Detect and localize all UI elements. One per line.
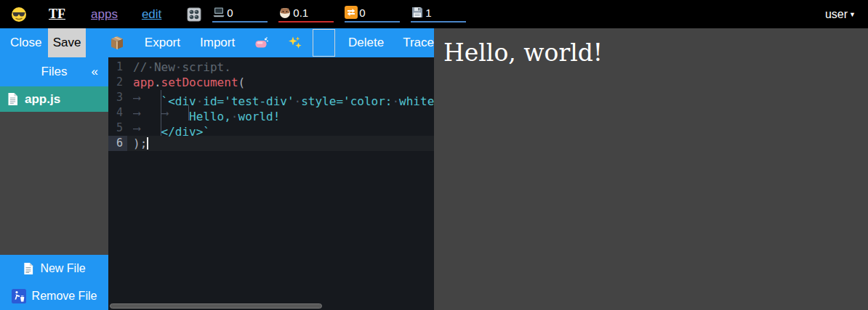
soap-icon[interactable]: [254, 36, 269, 49]
meter-value: 0: [227, 7, 233, 19]
sparkles-icon[interactable]: [288, 36, 302, 50]
delete-button[interactable]: Delete: [348, 36, 384, 50]
editor-pane: Close Save Export Import Delete Trace: [0, 28, 434, 310]
code-token: ·: [294, 94, 302, 108]
tab-indicator: ⟶: [133, 90, 161, 105]
remove-file-label: Remove File: [32, 290, 97, 303]
line-number: 6: [108, 136, 127, 151]
meter-value: 1: [425, 7, 431, 19]
control-knobs-icon[interactable]: [187, 7, 201, 22]
code-token: );: [133, 136, 147, 150]
smiling-face-with-sunglasses-icon[interactable]: [11, 7, 27, 23]
code-token: </div>`: [161, 125, 210, 139]
new-file-button[interactable]: New File: [0, 255, 108, 282]
code-token: app: [133, 76, 154, 89]
code-token: (: [238, 76, 246, 89]
editor-toolbar: Close Save Export Import Delete Trace: [0, 28, 434, 57]
code-token: ·: [392, 94, 399, 108]
editor-lines: 1//·New·script.2app.setDocument(3⟶`<div·…: [108, 60, 434, 151]
code-token: ·: [175, 60, 182, 74]
meter-value: 0.1: [293, 7, 308, 19]
laptop-meter[interactable]: 0: [212, 6, 268, 23]
floppy-meter[interactable]: 1: [411, 6, 466, 23]
save-button[interactable]: Save: [48, 28, 85, 57]
repeat-icon: [345, 6, 358, 19]
file-list-empty-space: [0, 112, 108, 255]
package-icon[interactable]: [110, 36, 124, 50]
code-token: ·: [231, 110, 238, 123]
meter-value: 0: [359, 7, 365, 19]
code-token: ·: [147, 60, 154, 74]
file-name: app.js: [25, 92, 60, 107]
collapse-sidebar-button[interactable]: «: [92, 65, 98, 79]
code-token: .: [154, 76, 161, 89]
files-title: Files: [41, 65, 68, 79]
line-number: 2: [108, 75, 127, 90]
code-line[interactable]: 1//·New·script.: [108, 60, 434, 75]
floppy-disk-icon: [411, 6, 424, 19]
code-line[interactable]: 3⟶`<div·id='test-div'·style='color:·whit…: [108, 90, 434, 105]
export-button[interactable]: Export: [145, 36, 180, 50]
files-header: Files «: [0, 57, 108, 86]
code-token: //: [133, 60, 147, 74]
code-token: New: [154, 60, 175, 74]
code-token: world!: [238, 110, 281, 123]
text-cursor: [147, 137, 148, 150]
preview-output-text: Hello, world!: [443, 38, 868, 67]
import-button[interactable]: Import: [200, 36, 235, 50]
blank-button[interactable]: [313, 29, 335, 57]
code-token: script.: [182, 60, 230, 74]
laptop-icon: [212, 6, 225, 19]
file-actions: New File Remove File: [0, 255, 108, 310]
trace-button[interactable]: Trace: [403, 36, 434, 50]
file-item-appjs[interactable]: app.js: [0, 86, 108, 112]
code-token: setDocument: [161, 76, 238, 89]
tab-indicator: ⟶: [133, 121, 161, 136]
edit-link[interactable]: edit: [142, 7, 161, 22]
line-number: 4: [108, 105, 127, 121]
hamster-icon: [278, 6, 292, 19]
user-menu-label: user: [825, 8, 848, 21]
files-sidebar: Files « app.js: [0, 57, 108, 310]
code-token: white;: [399, 94, 434, 108]
horizontal-scrollbar[interactable]: [110, 303, 322, 309]
user-menu[interactable]: user▼: [825, 8, 856, 21]
litter-bin-icon: [12, 289, 26, 303]
line-number: 5: [108, 121, 127, 136]
code-line[interactable]: 2app.setDocument(: [108, 75, 434, 90]
close-button[interactable]: Close: [10, 36, 41, 50]
line-number: 1: [108, 60, 127, 75]
repeat-meter[interactable]: 0: [345, 6, 400, 23]
top-bar: TF apps edit 0 0.1 0 1: [0, 0, 868, 28]
chevron-down-icon: ▼: [849, 11, 856, 18]
home-link[interactable]: TF: [49, 7, 65, 22]
app-preview-pane: Hello, world!: [434, 28, 868, 310]
apps-link[interactable]: apps: [91, 7, 118, 22]
app-window: TF apps edit 0 0.1 0 1: [0, 0, 868, 310]
code-token: style='color:: [301, 94, 392, 108]
tab-indicator: ⟶: [133, 105, 161, 121]
new-file-label: New File: [40, 262, 85, 275]
page-icon: [7, 92, 19, 106]
line-number: 3: [108, 90, 127, 105]
code-line[interactable]: 6);: [108, 136, 434, 151]
tab-indicator: ⟶: [161, 105, 190, 121]
workspace: Files « app.js: [0, 57, 434, 310]
main-area: Close Save Export Import Delete Trace: [0, 28, 868, 310]
code-editor[interactable]: 1//·New·script.2app.setDocument(3⟶`<div·…: [108, 57, 434, 310]
remove-file-button[interactable]: Remove File: [0, 282, 108, 310]
page-icon: [23, 262, 34, 275]
hamster-meter[interactable]: 0.1: [278, 6, 334, 23]
